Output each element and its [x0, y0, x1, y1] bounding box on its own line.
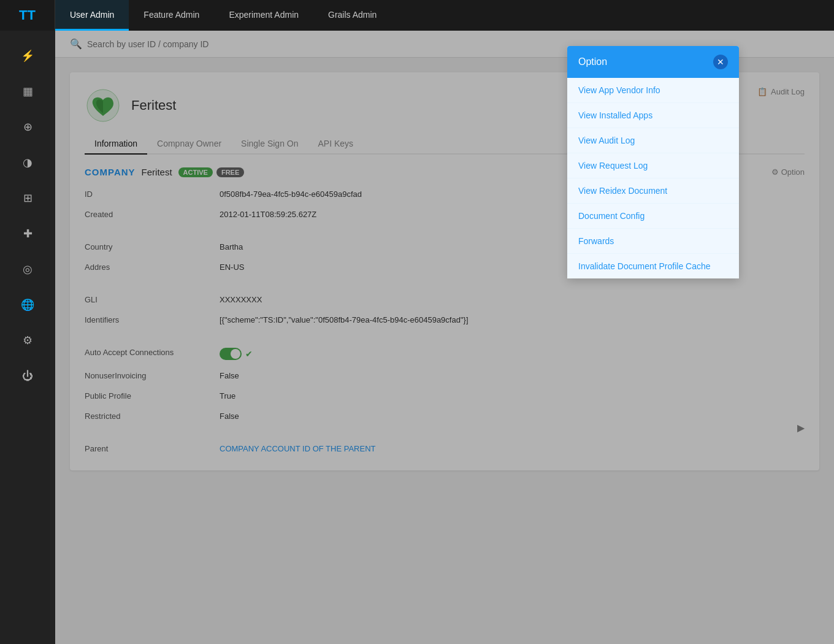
option-view-request-log[interactable]: View Request Log	[567, 153, 739, 178]
option-forwards[interactable]: Forwards	[567, 229, 739, 254]
option-document-config[interactable]: Document Config	[567, 204, 739, 229]
option-view-app-vendor-info[interactable]: View App Vendor Info	[567, 78, 739, 103]
tab-feature-admin[interactable]: Feature Admin	[129, 0, 214, 31]
option-invalidate-document-profile-cache[interactable]: Invalidate Document Profile Cache	[567, 254, 739, 278]
tab-grails-admin[interactable]: Grails Admin	[313, 0, 391, 31]
option-panel: Option ✕ View App Vendor Info View Insta…	[567, 46, 739, 278]
globe-icon[interactable]: 🌐	[12, 289, 43, 320]
tab-experiment-admin[interactable]: Experiment Admin	[214, 0, 313, 31]
option-view-audit-log[interactable]: View Audit Log	[567, 128, 739, 153]
option-view-installed-apps[interactable]: View Installed Apps	[567, 103, 739, 128]
settings-icon[interactable]: ⚙	[12, 325, 43, 356]
plus-icon[interactable]: ✚	[12, 218, 43, 249]
chart-icon[interactable]: ◑	[12, 147, 43, 178]
target-icon[interactable]: ◎	[12, 254, 43, 285]
apps-icon[interactable]: ⊞	[12, 183, 43, 213]
top-navigation: TT User Admin Feature Admin Experiment A…	[0, 0, 834, 31]
left-sidebar: ⚡ ▦ ⊕ ◑ ⊞ ✚ ◎ 🌐 ⚙ ⏻	[0, 31, 55, 644]
option-close-button[interactable]: ✕	[713, 55, 728, 69]
link-icon[interactable]: ⊕	[12, 112, 43, 142]
app-logo: TT	[0, 0, 55, 31]
option-panel-header: Option ✕	[567, 46, 739, 78]
power-icon[interactable]: ⏻	[12, 361, 43, 391]
tab-user-admin[interactable]: User Admin	[55, 0, 129, 31]
nav-tabs: User Admin Feature Admin Experiment Admi…	[55, 0, 391, 31]
grid-icon[interactable]: ▦	[12, 76, 43, 107]
option-panel-title: Option	[578, 56, 607, 67]
option-view-reidex-document[interactable]: View Reidex Document	[567, 178, 739, 204]
activity-icon[interactable]: ⚡	[12, 40, 43, 71]
